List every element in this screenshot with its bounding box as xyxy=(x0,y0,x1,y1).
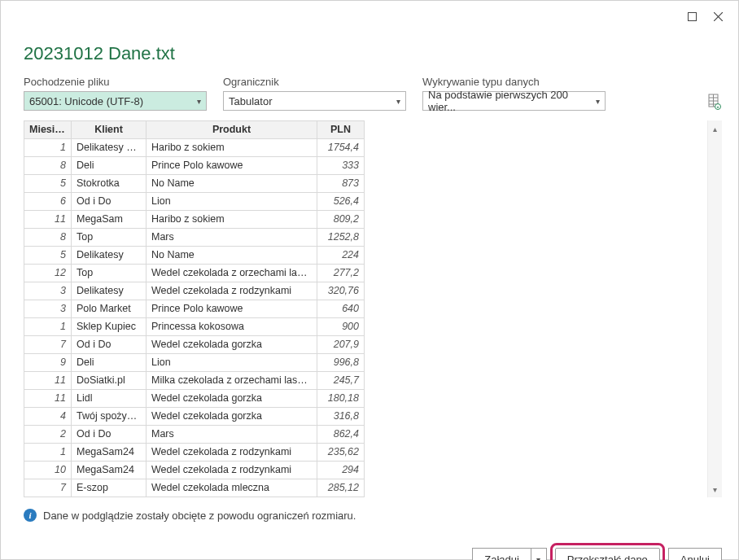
scroll-down-arrow-icon[interactable]: ▾ xyxy=(710,483,721,495)
col-client: Klient xyxy=(72,121,146,139)
table-cell: 316,8 xyxy=(317,408,365,426)
table-cell: Wedel czekolada gorzka xyxy=(146,408,317,426)
table-header-row: Miesiąc Klient Produkt PLN xyxy=(24,121,365,139)
table-cell: Haribo z sokiem xyxy=(146,139,317,157)
table-row: 5DelikatesyNo Name224 xyxy=(24,247,365,265)
table-cell: MegaSam xyxy=(72,211,146,229)
chevron-down-icon: ▾ xyxy=(197,97,201,106)
table-cell: E-szop xyxy=(72,479,146,497)
table-cell: Deli xyxy=(72,354,146,372)
table-cell: 996,8 xyxy=(317,354,365,372)
table-cell: 8 xyxy=(24,229,72,247)
detect-dropdown[interactable]: Na podstawie pierwszych 200 wier... ▾ xyxy=(422,91,606,111)
origin-value: 65001: Unicode (UTF-8) xyxy=(29,95,143,107)
options-row: Pochodzenie pliku 65001: Unicode (UTF-8)… xyxy=(24,76,722,111)
table-row: 4Twój spożywczyWedel czekolada gorzka316… xyxy=(24,408,365,426)
titlebar xyxy=(1,1,738,32)
table-cell: 9 xyxy=(24,354,72,372)
table-row: 1MegaSam24Wedel czekolada z rodzynkami23… xyxy=(24,444,365,462)
detect-label: Wykrywanie typu danych xyxy=(422,76,606,88)
table-cell: 8 xyxy=(24,157,72,175)
table-cell: 7 xyxy=(24,479,72,497)
table-cell: Top xyxy=(72,229,146,247)
table-row: 1Delikatesy PoloHaribo z sokiem1754,4 xyxy=(24,139,365,157)
table-cell: 7 xyxy=(24,336,72,354)
chevron-down-icon: ▾ xyxy=(596,97,600,106)
table-cell: 1754,4 xyxy=(317,139,365,157)
table-cell: Delikatesy xyxy=(72,247,146,265)
table-cell: 4 xyxy=(24,408,72,426)
table-cell: 862,4 xyxy=(317,426,365,444)
table-cell: 11 xyxy=(24,372,72,390)
table-cell: MegaSam24 xyxy=(72,444,146,462)
table-cell: Wedel czekolada z orzechami laskowymi xyxy=(146,265,317,282)
vertical-scrollbar[interactable]: ▴ ▾ xyxy=(707,120,722,497)
table-row: 8DeliPrince Polo kawowe333 xyxy=(24,157,365,175)
table-cell: Wedel czekolada z rodzynkami xyxy=(146,282,317,300)
table-cell: Wedel czekolada mleczna xyxy=(146,479,317,497)
table-cell: Sklep Kupiec xyxy=(72,318,146,336)
table-cell: Od i Do xyxy=(72,193,146,211)
table-cell: 12 xyxy=(24,265,72,282)
table-cell: Deli xyxy=(72,157,146,175)
table-cell: 180,18 xyxy=(317,390,365,408)
close-icon[interactable] xyxy=(707,6,728,27)
table-cell: 809,2 xyxy=(317,211,365,229)
preview-table: Miesiąc Klient Produkt PLN 1Delikatesy P… xyxy=(24,120,365,497)
table-cell: Lion xyxy=(146,354,317,372)
table-cell: 1 xyxy=(24,139,72,157)
table-cell: 900 xyxy=(317,318,365,336)
table-cell: Prince Polo kawowe xyxy=(146,300,317,318)
table-cell: 10 xyxy=(24,462,72,479)
table-cell: 277,2 xyxy=(317,265,365,282)
table-cell: Milka czekolada z orzechami laskowymi xyxy=(146,372,317,390)
table-cell: Od i Do xyxy=(72,336,146,354)
table-cell: 6 xyxy=(24,193,72,211)
info-icon: i xyxy=(24,509,37,522)
col-month: Miesiąc xyxy=(24,121,72,139)
table-cell: Wedel czekolada z rodzynkami xyxy=(146,444,317,462)
col-product: Produkt xyxy=(146,121,317,139)
table-cell: 320,76 xyxy=(317,282,365,300)
table-row: 7Od i DoWedel czekolada gorzka207,9 xyxy=(24,336,365,354)
table-cell: Prince Polo kawowe xyxy=(146,157,317,175)
table-cell: 3 xyxy=(24,282,72,300)
table-cell: 1 xyxy=(24,444,72,462)
table-cell: 526,4 xyxy=(317,193,365,211)
table-cell: 5 xyxy=(24,175,72,193)
origin-dropdown[interactable]: 65001: Unicode (UTF-8) ▾ xyxy=(24,91,207,111)
table-cell: Princessa kokosowa xyxy=(146,318,317,336)
table-cell: Wedel czekolada z rodzynkami xyxy=(146,462,317,479)
col-pln: PLN xyxy=(317,121,365,139)
table-cell: Haribo z sokiem xyxy=(146,211,317,229)
table-cell: 1252,8 xyxy=(317,229,365,247)
delimiter-dropdown[interactable]: Tabulator ▾ xyxy=(223,91,406,111)
table-cell: 2 xyxy=(24,426,72,444)
table-cell: Mars xyxy=(146,229,317,247)
table-cell: Stokrotka xyxy=(72,175,146,193)
table-cell: Delikatesy Polo xyxy=(72,139,146,157)
table-cell: 333 xyxy=(317,157,365,175)
table-cell: 5 xyxy=(24,247,72,265)
cancel-button[interactable]: Anuluj xyxy=(668,548,722,560)
delimiter-label: Ogranicznik xyxy=(223,76,406,88)
table-cell: Top xyxy=(72,265,146,282)
table-cell: Od i Do xyxy=(72,426,146,444)
settings-icon[interactable] xyxy=(707,93,722,111)
table-row: 11LidlWedel czekolada gorzka180,18 xyxy=(24,390,365,408)
load-dropdown-button[interactable]: ▾ xyxy=(531,548,547,560)
table-row: 11DoSiatki.plMilka czekolada z orzechami… xyxy=(24,372,365,390)
table-row: 6Od i DoLion526,4 xyxy=(24,193,365,211)
table-row: 3Polo MarketPrince Polo kawowe640 xyxy=(24,300,365,318)
table-cell: 873 xyxy=(317,175,365,193)
scroll-up-arrow-icon[interactable]: ▴ xyxy=(710,123,721,134)
table-cell: 285,12 xyxy=(317,479,365,497)
dialog-footer: Załaduj ▾ Przekształć dane Anuluj xyxy=(24,548,722,560)
maximize-icon[interactable] xyxy=(681,6,702,27)
info-text: Dane w podglądzie zostały obcięte z powo… xyxy=(43,510,356,522)
table-cell: 11 xyxy=(24,211,72,229)
transform-data-button[interactable]: Przekształć dane xyxy=(555,548,660,560)
table-cell: Lidl xyxy=(72,390,146,408)
table-cell: No Name xyxy=(146,247,317,265)
load-button[interactable]: Załaduj xyxy=(472,548,531,560)
